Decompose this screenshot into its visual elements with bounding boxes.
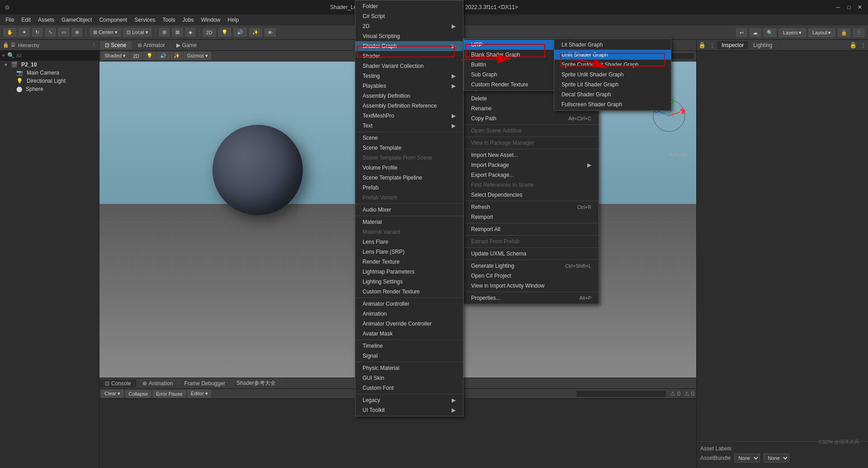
rotate-tool[interactable]: ↻ bbox=[32, 28, 42, 37]
ctx-signal[interactable]: Signal bbox=[355, 351, 463, 361]
ctx-custom-render-texture[interactable]: Custom Render Texture bbox=[355, 287, 463, 297]
clear-btn[interactable]: Clear ▾ bbox=[101, 390, 123, 397]
inspector-menu-icon[interactable]: ⋮ bbox=[708, 42, 717, 48]
ctx-refresh[interactable]: Refresh Ctrl+R bbox=[464, 202, 599, 212]
ctx-assembly-def[interactable]: Assembly Definition bbox=[355, 91, 463, 101]
audio-toggle[interactable]: 🔊 bbox=[234, 28, 246, 37]
ctx-gui-skin[interactable]: GUI Skin bbox=[355, 373, 463, 383]
tab-animator[interactable]: ⊛ Animator bbox=[132, 41, 171, 49]
effects-toggle[interactable]: ✨ bbox=[249, 28, 262, 37]
asset-bundle-select[interactable]: None bbox=[734, 454, 760, 463]
dots-button[interactable]: ⋮ bbox=[853, 28, 864, 37]
hierarchy-item-directional-light[interactable]: 💡 Directional Light bbox=[0, 77, 99, 85]
ctx-lightmap-params[interactable]: Lightmap Parameters bbox=[355, 267, 463, 277]
ctx-reimport-all[interactable]: Reimport All bbox=[464, 224, 599, 234]
ctx-volume-profile[interactable]: Volume Profile bbox=[355, 163, 463, 173]
2d-btn[interactable]: 2D bbox=[130, 52, 142, 60]
ctx-unlit-shader-graph[interactable]: Unlit Shader Graph bbox=[554, 50, 671, 60]
menu-edit[interactable]: Edit bbox=[18, 16, 34, 24]
ctx-scene[interactable]: Scene bbox=[355, 133, 463, 143]
hierarchy-options[interactable]: ⋮ bbox=[91, 42, 96, 48]
ctx-update-uxml[interactable]: Update UXML Schema bbox=[464, 249, 599, 259]
tab-scene[interactable]: ⊡ Scene bbox=[99, 41, 132, 49]
snap-toggle[interactable]: ⊠ bbox=[172, 28, 183, 37]
ctx-copy-path[interactable]: Copy Path Alt+Ctrl+C bbox=[464, 113, 599, 123]
ctx-csharp[interactable]: C# Script bbox=[355, 11, 463, 21]
hand-tool[interactable]: ✋ bbox=[4, 28, 16, 37]
ctx-sprite-lit[interactable]: Sprite Lit Shader Graph bbox=[554, 80, 671, 90]
ctx-lens-flare[interactable]: Lens Flare bbox=[355, 237, 463, 247]
inspector-dots-btn[interactable]: ⋮ bbox=[859, 42, 868, 48]
menu-window[interactable]: Window bbox=[198, 16, 224, 24]
hierarchy-item-sphere[interactable]: ⬤ Sphere bbox=[0, 85, 99, 93]
ctx-select-dependencies[interactable]: Select Dependencies bbox=[464, 190, 599, 200]
ctx-animator-controller[interactable]: Animator Controller bbox=[355, 299, 463, 309]
ctx-decal[interactable]: Decal Shader Graph bbox=[554, 90, 671, 99]
ctx-custom-font[interactable]: Custom Font bbox=[355, 383, 463, 393]
console-search-input[interactable] bbox=[576, 390, 666, 397]
ctx-textmeshpro[interactable]: TextMeshPro ▶ bbox=[355, 111, 463, 121]
menu-jobs[interactable]: Jobs bbox=[179, 16, 197, 24]
asset-bundle-variant-select[interactable]: None bbox=[764, 454, 789, 463]
ctx-timeline[interactable]: Timeline bbox=[355, 341, 463, 351]
inspector-lock-btn[interactable]: 🔒 bbox=[848, 42, 859, 48]
ctx-import-new-asset[interactable]: Import New Asset... bbox=[464, 150, 599, 160]
ctx-reimport[interactable]: Reimport bbox=[464, 212, 599, 222]
move-tool[interactable]: ✦ bbox=[19, 28, 29, 37]
ctx-prefab[interactable]: Prefab bbox=[355, 183, 463, 193]
minimize-button[interactable]: ─ bbox=[835, 4, 842, 11]
shading-mode-btn[interactable]: Shaded ▾ bbox=[101, 52, 129, 60]
close-button[interactable]: ✕ bbox=[856, 4, 863, 11]
ctx-generate-lighting[interactable]: Generate Lighting Ctrl+Shift+L bbox=[464, 261, 599, 271]
menu-file[interactable]: File bbox=[2, 16, 18, 24]
light-toggle[interactable]: 💡 bbox=[218, 28, 231, 37]
ctx-lit-shader-graph[interactable]: Lit Shader Graph bbox=[554, 40, 671, 50]
scene-light-btn[interactable]: 💡 bbox=[143, 52, 156, 60]
ctx-lighting-settings[interactable]: Lighting Settings bbox=[355, 277, 463, 287]
ctx-playables[interactable]: Playables ▶ bbox=[355, 81, 463, 91]
scale-tool[interactable]: ⤡ bbox=[45, 28, 56, 37]
2d-toggle[interactable]: 2D bbox=[203, 28, 216, 37]
tab-lighting[interactable]: Lighting bbox=[749, 41, 777, 49]
history-button[interactable]: ↩ bbox=[736, 28, 747, 37]
menu-tools[interactable]: Tools bbox=[159, 16, 179, 24]
ctx-lens-flare-srp[interactable]: Lens Flare (SRP) bbox=[355, 247, 463, 257]
tab-shader-ref[interactable]: Shader参考大全 bbox=[231, 378, 282, 388]
ctx-animation[interactable]: Animation bbox=[355, 309, 463, 319]
ctx-material[interactable]: Material bbox=[355, 217, 463, 227]
ctx-text[interactable]: Text ▶ bbox=[355, 121, 463, 131]
tab-inspector[interactable]: Inspector bbox=[717, 41, 749, 49]
hierarchy-add-btn[interactable]: + bbox=[2, 52, 5, 59]
tab-animation[interactable]: ⊛ Animation bbox=[137, 379, 179, 388]
ctx-legacy[interactable]: Legacy ▶ bbox=[355, 395, 463, 405]
rect-tool[interactable]: ▭ bbox=[58, 28, 69, 37]
ctx-animator-override[interactable]: Animator Override Controller bbox=[355, 319, 463, 329]
grid-toggle[interactable]: ⊞ bbox=[159, 28, 170, 37]
ctx-shader-variant[interactable]: Shader Variant Collection bbox=[355, 61, 463, 71]
search-button[interactable]: 🔍 bbox=[764, 28, 776, 37]
ctx-open-csharp[interactable]: Open C# Project bbox=[464, 271, 599, 281]
hierarchy-item-p2-10[interactable]: ▼ 🎬 P2_10 bbox=[0, 61, 99, 69]
ctx-shader-graph[interactable]: Shader Graph ▶ bbox=[355, 41, 463, 51]
cloud-button[interactable]: ☁ bbox=[750, 28, 761, 37]
ctx-sprite-custom-lit[interactable]: Sprite Custom Lit Shader Graph bbox=[554, 60, 671, 70]
ctx-avatar-mask[interactable]: Avatar Mask bbox=[355, 329, 463, 339]
editor-btn[interactable]: Editor ▾ bbox=[188, 390, 211, 397]
layout-dropdown[interactable]: Layout ▾ bbox=[808, 28, 835, 37]
scene-gizmos-btn[interactable]: Gizmos ▾ bbox=[184, 52, 211, 60]
ctx-ui-toolkit[interactable]: UI Toolkit ▶ bbox=[355, 405, 463, 415]
pivot-toggle[interactable]: ⊞ Center ▾ bbox=[90, 28, 121, 37]
menu-gameobject[interactable]: GameObject bbox=[58, 16, 95, 24]
lock-icon-inspector[interactable]: 🔒 bbox=[697, 42, 708, 48]
ctx-view-import-activity[interactable]: View in Import Activity Window bbox=[464, 281, 599, 291]
scene-audio-btn[interactable]: 🔊 bbox=[157, 52, 170, 60]
gizmo-toggle[interactable]: ◈ bbox=[185, 28, 195, 37]
error-pause-btn[interactable]: Error Pause bbox=[153, 390, 186, 397]
transform-tool[interactable]: ⊕ bbox=[72, 28, 82, 37]
ctx-physic-material[interactable]: Physic Material bbox=[355, 363, 463, 373]
ctx-testing[interactable]: Testing ▶ bbox=[355, 71, 463, 81]
menu-help[interactable]: Help bbox=[224, 16, 243, 24]
collapse-btn[interactable]: Collapse bbox=[125, 390, 151, 397]
ctx-folder[interactable]: Folder bbox=[355, 1, 463, 11]
tab-frame-debugger[interactable]: Frame Debugger bbox=[179, 379, 231, 388]
